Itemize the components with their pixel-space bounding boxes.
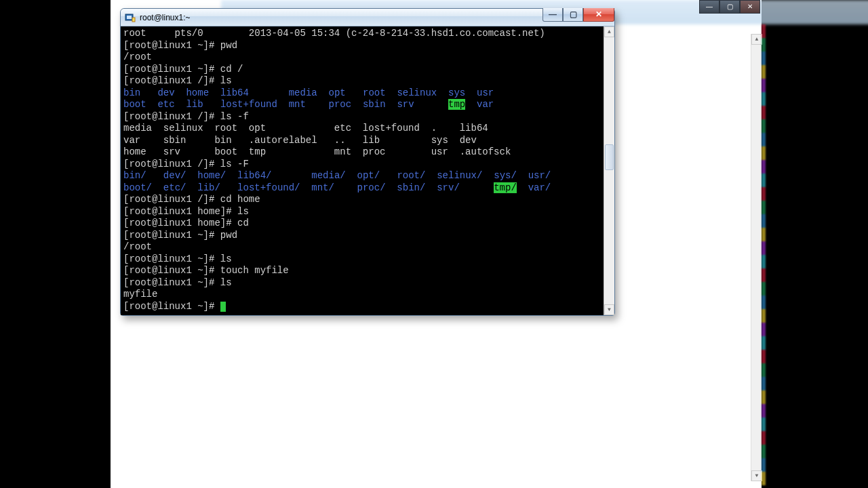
background-scroll-down-button[interactable]: ▼ [751, 470, 762, 481]
output-line: /root [123, 241, 601, 253]
scroll-track[interactable] [604, 37, 614, 304]
cmd-line: [root@linux1 /]# cd home [123, 194, 601, 206]
scroll-up-button[interactable]: ▲ [604, 26, 614, 37]
cmd-line: [root@linux1 ~]# touch myfile [123, 265, 601, 277]
window-controls: — ▢ ✕ [542, 8, 614, 22]
ls-row: boot etc lib lost+found mnt proc sbin sr… [123, 99, 601, 111]
svg-rect-1 [127, 16, 132, 19]
background-window-controls: — ▢ ✕ [699, 0, 760, 14]
minimize-button[interactable]: — [542, 8, 563, 22]
terminal-output[interactable]: root pts/0 2013-04-05 15:34 (c-24-8-214-… [121, 26, 604, 315]
lsf-row: var sbin bin .autorelabel .. lib sys dev [123, 135, 601, 147]
terminal-scrollbar[interactable]: ▲ ▼ [604, 26, 614, 315]
background-minimize-button[interactable]: — [699, 0, 719, 14]
background-maximize-button[interactable]: ▢ [719, 0, 740, 14]
cmd-line: [root@linux1 home]# ls [123, 206, 601, 218]
output-line: /root [123, 52, 601, 64]
lsf-row: home srv boot tmp mnt proc usr .autofsck [123, 146, 601, 159]
right-edge-decoration [762, 24, 766, 485]
cmd-line: [root@linux1 ~]# pwd [123, 40, 601, 52]
terminal-titlebar[interactable]: root@linux1:~ — ▢ ✕ [121, 9, 614, 26]
prompt-line[interactable]: [root@linux1 ~]# [123, 301, 601, 313]
lsF-row: bin/ dev/ home/ lib64/ media/ opt/ root/… [123, 170, 601, 182]
scroll-thumb[interactable] [605, 144, 614, 170]
scroll-down-button[interactable]: ▼ [604, 304, 614, 315]
cmd-line: [root@linux1 /]# ls -F [123, 159, 601, 171]
cmd-line: [root@linux1 ~]# ls [123, 277, 601, 289]
cmd-line: [root@linux1 ~]# pwd [123, 230, 601, 242]
close-button[interactable]: ✕ [583, 8, 614, 22]
maximize-button[interactable]: ▢ [563, 8, 583, 22]
putty-icon [125, 12, 136, 23]
ls-row: bin dev home lib64 media opt root selinu… [123, 87, 601, 100]
cmd-line: [root@linux1 /]# ls -f [123, 111, 601, 123]
background-close-button[interactable]: ✕ [740, 0, 760, 14]
lsF-row: boot/ etc/ lib/ lost+found/ mnt/ proc/ s… [123, 182, 601, 195]
cmd-line: [root@linux1 ~]# ls [123, 253, 601, 266]
terminal-window: root@linux1:~ — ▢ ✕ root pts/0 2013-04-0… [120, 8, 615, 316]
who-line: root pts/0 2013-04-05 15:34 (c-24-8-214-… [123, 28, 601, 40]
cmd-line: [root@linux1 /]# ls [123, 75, 601, 87]
lsf-row: media selinux root opt etc lost+found . … [123, 123, 601, 135]
output-line: myfile [123, 289, 601, 301]
terminal-title: root@linux1:~ [140, 13, 191, 22]
svg-rect-2 [132, 18, 135, 22]
background-scrollbar[interactable]: ▲ ▼ [751, 34, 762, 481]
terminal-cursor [220, 302, 226, 312]
background-scroll-up-button[interactable]: ▲ [751, 34, 762, 45]
cmd-line: [root@linux1 home]# cd [123, 218, 601, 230]
terminal-body-wrap: root pts/0 2013-04-05 15:34 (c-24-8-214-… [121, 26, 614, 315]
text-cursor-icon [330, 265, 330, 276]
cmd-line: [root@linux1 ~]# cd / [123, 64, 601, 76]
